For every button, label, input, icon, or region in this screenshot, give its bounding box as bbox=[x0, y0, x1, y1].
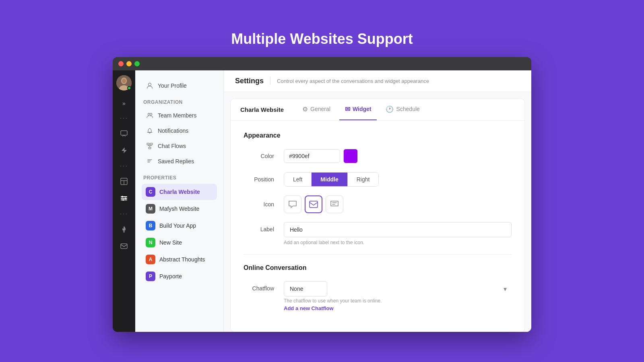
schedule-tab-label: Schedule bbox=[396, 106, 419, 112]
svg-point-12 bbox=[125, 197, 126, 199]
dots-2: ··· bbox=[120, 160, 128, 172]
nav-icon-chat[interactable] bbox=[117, 126, 131, 141]
schedule-tab-icon: 🕐 bbox=[386, 105, 394, 113]
content-area: Charla Website ⚙ General ✉ Widget 🕐 Sche… bbox=[224, 92, 531, 332]
dots-3: ··· bbox=[120, 208, 128, 220]
chevron-icon[interactable]: » bbox=[122, 97, 126, 110]
label-row: Label Add an optional label next to the … bbox=[244, 222, 512, 245]
charla-icon: C bbox=[146, 187, 155, 197]
property-item-payporte[interactable]: P Payporte bbox=[142, 268, 217, 284]
app-window: » ··· ··· bbox=[113, 57, 531, 332]
icon-sidebar: » ··· ··· bbox=[113, 70, 135, 332]
website-tabs: Charla Website ⚙ General ✉ Widget 🕐 Sche… bbox=[231, 99, 524, 121]
icon-option-mail[interactable] bbox=[305, 195, 322, 213]
build-icon: B bbox=[146, 221, 155, 230]
panel-body: Appearance Color bbox=[231, 121, 524, 332]
settings-title: Settings bbox=[235, 77, 264, 85]
svg-rect-4 bbox=[121, 131, 127, 135]
section-divider bbox=[244, 254, 512, 255]
dot-red[interactable] bbox=[118, 61, 124, 66]
position-left[interactable]: Left bbox=[284, 173, 312, 186]
organization-section: Organization bbox=[142, 99, 217, 105]
dot-green[interactable] bbox=[134, 61, 140, 66]
appearance-heading: Appearance bbox=[244, 132, 512, 139]
sidebar-item-notifications[interactable]: Notifications bbox=[142, 123, 217, 138]
sidebar-item-saved-replies[interactable]: Saved Replies bbox=[142, 154, 217, 169]
color-input-wrap bbox=[284, 149, 512, 163]
payporte-label: Payporte bbox=[159, 273, 182, 280]
newsite-icon: N bbox=[146, 238, 155, 247]
color-label: Color bbox=[244, 153, 284, 159]
mafysh-label: Mafysh Website bbox=[159, 206, 199, 212]
position-right[interactable]: Right bbox=[348, 173, 379, 186]
nav-icon-settings[interactable] bbox=[117, 191, 131, 206]
settings-header: Settings Control every aspect of the con… bbox=[224, 70, 531, 92]
dot-yellow[interactable] bbox=[126, 61, 132, 66]
nav-icon-mail[interactable] bbox=[117, 239, 131, 253]
chatflow-control: None Default Flow Sales Flow The chatflo… bbox=[284, 281, 512, 312]
color-row: Color bbox=[244, 149, 512, 163]
property-item-mafysh[interactable]: M Mafysh Website bbox=[142, 201, 217, 217]
color-text-input[interactable] bbox=[284, 149, 340, 163]
chatflows-icon bbox=[146, 142, 154, 150]
chatflows-label: Chat Flows bbox=[158, 143, 186, 149]
tab-general[interactable]: ⚙ General bbox=[297, 99, 336, 120]
label-hint: Add an optional label next to the icon. bbox=[284, 240, 512, 245]
icon-option-chat[interactable] bbox=[284, 195, 301, 213]
property-item-charla[interactable]: C Charla Website bbox=[142, 184, 217, 200]
online-indicator bbox=[127, 86, 131, 90]
label-label: Label bbox=[244, 222, 284, 232]
icon-option-message[interactable] bbox=[326, 195, 343, 213]
property-item-abstract[interactable]: A Abstract Thoughts bbox=[142, 251, 217, 267]
titlebar bbox=[113, 57, 531, 70]
profile-icon bbox=[146, 82, 154, 90]
label-input[interactable] bbox=[284, 222, 512, 237]
widget-tab-icon: ✉ bbox=[345, 105, 350, 113]
property-item-newsite[interactable]: N New Site bbox=[142, 234, 217, 251]
widget-tab-label: Widget bbox=[353, 106, 372, 112]
sidebar-item-chatflows[interactable]: Chat Flows bbox=[142, 139, 217, 153]
position-label: Position bbox=[244, 176, 284, 183]
color-swatch[interactable] bbox=[343, 149, 358, 163]
nav-icon-fire[interactable] bbox=[117, 222, 131, 237]
payporte-icon: P bbox=[146, 272, 155, 281]
saved-replies-label: Saved Replies bbox=[158, 158, 194, 165]
svg-rect-21 bbox=[310, 201, 318, 208]
abstract-icon: A bbox=[146, 255, 155, 264]
property-item-build[interactable]: B Build Your App bbox=[142, 218, 217, 234]
tab-widget[interactable]: ✉ Widget bbox=[339, 99, 377, 120]
chatflow-select[interactable]: None Default Flow Sales Flow bbox=[284, 281, 327, 296]
notifications-label: Notifications bbox=[158, 128, 188, 134]
online-conversation-heading: Online Conversation bbox=[244, 264, 512, 272]
position-row: Position Left Middle Right bbox=[244, 172, 512, 187]
website-panel: Charla Website ⚙ General ✉ Widget 🕐 Sche… bbox=[230, 99, 525, 332]
add-chatflow-link[interactable]: Add a new Chatflow bbox=[284, 305, 334, 311]
nav-icon-table[interactable] bbox=[117, 174, 131, 189]
color-control bbox=[284, 149, 512, 163]
svg-point-13 bbox=[122, 199, 124, 201]
sidebar-item-profile[interactable]: Your Profile bbox=[142, 78, 217, 93]
avatar-wrap bbox=[116, 75, 132, 90]
charla-label: Charla Website bbox=[159, 189, 200, 195]
sidebar-item-team[interactable]: Team Members bbox=[142, 108, 217, 123]
svg-point-3 bbox=[122, 78, 126, 83]
chatflow-row: Chatflow None Default Flow Sales Flow bbox=[244, 281, 512, 312]
position-middle[interactable]: Middle bbox=[312, 173, 347, 186]
chatflow-label: Chatflow bbox=[244, 281, 284, 292]
notifications-icon bbox=[146, 127, 154, 135]
team-icon bbox=[146, 111, 154, 119]
chatflow-select-wrapper: None Default Flow Sales Flow bbox=[284, 281, 512, 296]
tab-schedule[interactable]: 🕐 Schedule bbox=[380, 99, 425, 120]
svg-point-16 bbox=[148, 113, 150, 115]
settings-subtitle: Control every aspect of the conversation… bbox=[277, 78, 429, 84]
mafysh-icon: M bbox=[146, 204, 155, 214]
icon-label: Icon bbox=[244, 201, 284, 208]
settings-sidebar: Your Profile Organization Team Members bbox=[135, 70, 224, 332]
position-control: Left Middle Right bbox=[284, 172, 512, 187]
svg-rect-14 bbox=[121, 244, 127, 249]
nav-icon-bolt[interactable] bbox=[117, 143, 131, 158]
header-divider bbox=[270, 77, 270, 85]
chatflow-hint: The chatflow to use when your team is on… bbox=[284, 298, 512, 304]
general-tab-icon: ⚙ bbox=[302, 105, 308, 113]
profile-label: Your Profile bbox=[158, 82, 187, 89]
